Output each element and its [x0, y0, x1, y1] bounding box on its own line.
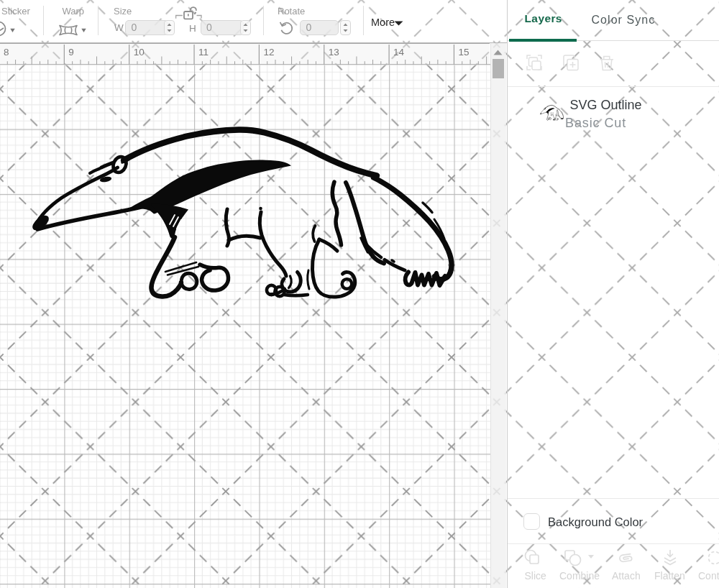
svg-text:14: 14 — [393, 46, 405, 57]
svg-text:Combine: Combine — [559, 570, 600, 582]
svg-text:Attach: Attach — [612, 570, 641, 582]
svg-text:Conto: Conto — [698, 570, 719, 582]
svg-text:13: 13 — [329, 46, 339, 57]
svg-text:15: 15 — [458, 46, 469, 57]
svg-text:9: 9 — [68, 46, 74, 57]
svg-text:11: 11 — [198, 46, 209, 57]
svg-text:10: 10 — [134, 46, 145, 57]
svg-text:12: 12 — [263, 46, 274, 57]
svg-text:8: 8 — [4, 46, 9, 57]
svg-text:Flatten: Flatten — [654, 570, 685, 582]
svg-text:Slice: Slice — [524, 570, 546, 582]
